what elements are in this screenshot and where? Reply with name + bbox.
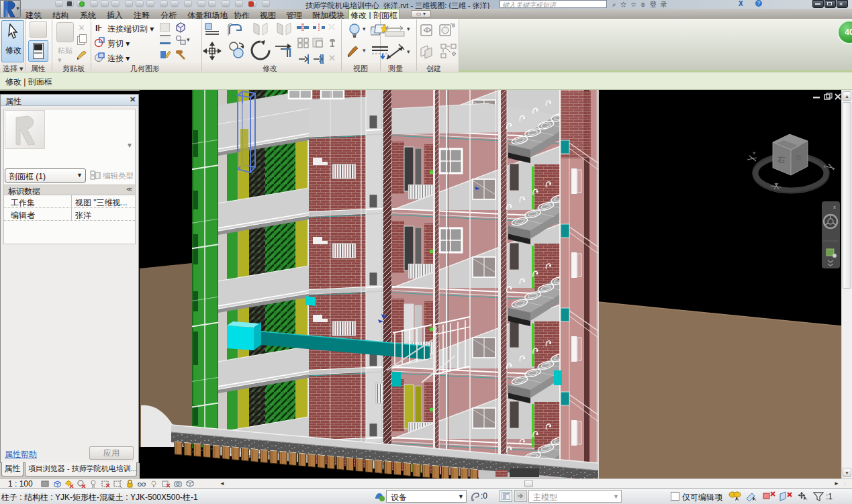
svg-text:x: x bbox=[833, 204, 836, 210]
svg-text:右: 右 bbox=[777, 155, 786, 164]
svg-text:*: * bbox=[823, 164, 826, 172]
svg-text:*: * bbox=[753, 150, 756, 158]
svg-text:后: 后 bbox=[796, 154, 802, 161]
